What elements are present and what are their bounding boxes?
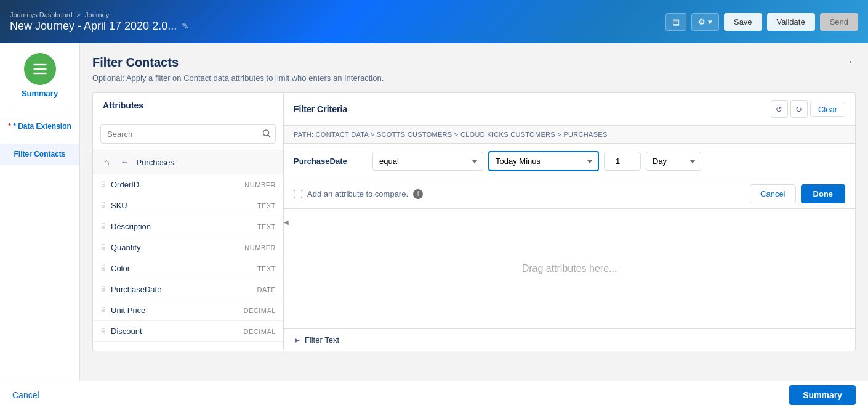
attr-item[interactable]: ⠿ OrderID NUMBER bbox=[93, 174, 283, 195]
gear-dropdown-icon: ▾ bbox=[708, 17, 712, 27]
sidebar-item-summary[interactable]: Summary bbox=[22, 89, 58, 98]
search-row bbox=[93, 118, 283, 150]
breadcrumb: Journeys Dashboard > Journey bbox=[10, 11, 665, 18]
top-nav: Journeys Dashboard > Journey New Journey… bbox=[0, 0, 868, 43]
search-icon-button[interactable] bbox=[262, 129, 271, 139]
list-icon bbox=[31, 60, 49, 78]
drag-handle-icon: ⠿ bbox=[100, 181, 106, 189]
info-icon[interactable]: i bbox=[413, 189, 423, 199]
attr-type: DATE bbox=[257, 286, 276, 293]
attr-item[interactable]: ⠿ Quantity NUMBER bbox=[93, 237, 283, 258]
attributes-panel: Attributes ⌂ ← Purchases bbox=[93, 93, 284, 351]
gear-button[interactable]: ⚙ ▾ bbox=[691, 13, 719, 31]
sidebar-item-data-extension[interactable]: * * Data Extension bbox=[0, 116, 79, 138]
attr-type: DECIMAL bbox=[244, 328, 276, 335]
attr-item[interactable]: ⠿ Description TEXT bbox=[93, 216, 283, 237]
attr-item[interactable]: ⠿ Discount DECIMAL bbox=[93, 321, 283, 342]
sidebar-divider-2 bbox=[8, 141, 71, 141]
search-icon bbox=[262, 129, 271, 137]
filter-text-row[interactable]: ► Filter Text bbox=[284, 328, 855, 351]
compare-actions: Cancel Done bbox=[750, 184, 845, 203]
back-arrow-button[interactable]: ← bbox=[847, 55, 858, 68]
undo-button[interactable]: ↺ bbox=[771, 100, 788, 118]
attr-type: TEXT bbox=[257, 202, 276, 210]
edit-icon[interactable]: ✎ bbox=[182, 21, 189, 31]
attr-name: Unit Price bbox=[111, 306, 239, 315]
drop-zone: Drag attributes here... bbox=[284, 209, 855, 328]
nav-home-button[interactable]: ⌂ bbox=[100, 155, 113, 169]
breadcrumb-link-journeys[interactable]: Journeys Dashboard bbox=[10, 11, 73, 18]
send-button[interactable]: Send bbox=[820, 13, 858, 31]
today-minus-select[interactable]: Today MinusToday PlusToday bbox=[488, 151, 599, 171]
attr-type: TEXT bbox=[257, 223, 276, 231]
nav-current-folder: Purchases bbox=[136, 158, 174, 167]
nav-right: ▤ ⚙ ▾ Save Validate Send bbox=[665, 13, 858, 31]
compare-label: Add an attribute to compare. bbox=[307, 189, 408, 198]
chevron-right-icon: ► bbox=[294, 336, 301, 345]
nav-back-button[interactable]: ← bbox=[116, 155, 132, 169]
attr-name: Discount bbox=[111, 327, 239, 336]
filter-row: PurchaseDate equalnot equalgreater thanl… bbox=[284, 144, 855, 179]
attr-item[interactable]: ⠿ Unit Price DECIMAL bbox=[93, 300, 283, 321]
attr-name: SKU bbox=[111, 201, 252, 210]
header-actions: ↺ ↻ Clear bbox=[771, 100, 845, 118]
filter-contacts-label: Filter Contacts bbox=[14, 150, 65, 160]
drag-handle-icon: ⠿ bbox=[100, 222, 106, 231]
compare-checkbox[interactable] bbox=[294, 190, 302, 198]
attr-item[interactable]: ⠿ SKU TEXT bbox=[93, 195, 283, 216]
filter-criteria-panel: Filter Criteria ↺ ↻ Clear PATH: CONTACT … bbox=[284, 93, 855, 351]
bottom-summary-button[interactable]: Summary bbox=[789, 385, 856, 405]
panel-icon: ▤ bbox=[672, 17, 680, 27]
attributes-nav-row: ⌂ ← Purchases bbox=[93, 150, 283, 174]
day-select[interactable]: DayWeekMonthYear bbox=[646, 152, 701, 171]
required-marker: * bbox=[8, 122, 13, 131]
breadcrumb-link-journey[interactable]: Journey bbox=[85, 11, 109, 18]
page-title-row: New Journey - April 17 2020 2.0... ✎ bbox=[10, 20, 665, 33]
attr-type: TEXT bbox=[257, 265, 276, 272]
bottom-bar: Cancel Summary bbox=[0, 381, 868, 408]
attr-name: PurchaseDate bbox=[111, 285, 252, 294]
main-layout: Summary * * Data Extension Filter Contac… bbox=[0, 43, 868, 381]
compare-row: Add an attribute to compare. i Cancel Do… bbox=[284, 179, 855, 209]
drag-handle-icon: ⠿ bbox=[100, 264, 106, 273]
search-input[interactable] bbox=[100, 124, 276, 144]
bottom-cancel-button[interactable]: Cancel bbox=[12, 390, 39, 400]
number-input[interactable] bbox=[604, 152, 641, 171]
attr-list: ⠿ OrderID NUMBER ⠿ SKU TEXT ⠿ Descriptio… bbox=[93, 174, 283, 351]
save-button[interactable]: Save bbox=[724, 13, 762, 31]
clear-button[interactable]: Clear bbox=[810, 102, 845, 117]
attr-name: Quantity bbox=[111, 243, 239, 252]
attr-item[interactable]: ⠿ PurchaseDate DATE bbox=[93, 279, 283, 300]
attr-name: Description bbox=[111, 222, 252, 231]
operator-select[interactable]: equalnot equalgreater thanless thanis be… bbox=[372, 152, 483, 171]
redo-button[interactable]: ↻ bbox=[790, 100, 808, 118]
filter-criteria-header: Filter Criteria ↺ ↻ Clear bbox=[284, 93, 855, 126]
sidebar-item-filter-contacts[interactable]: Filter Contacts bbox=[0, 144, 79, 166]
attr-item[interactable]: ⠿ Color TEXT bbox=[93, 258, 283, 279]
page-title: New Journey - April 17 2020 2.0... bbox=[10, 20, 177, 33]
validate-button[interactable]: Validate bbox=[767, 13, 815, 31]
svg-rect-2 bbox=[33, 73, 46, 74]
content-area: ← Filter Contacts Optional: Apply a filt… bbox=[80, 43, 868, 381]
sidebar-icon-circle bbox=[24, 53, 56, 85]
attr-type: NUMBER bbox=[244, 244, 276, 251]
gear-icon: ⚙ bbox=[698, 17, 705, 27]
attr-type: DECIMAL bbox=[244, 307, 276, 314]
filter-text-label: Filter Text bbox=[305, 335, 339, 345]
drag-handle-icon: ⠿ bbox=[100, 285, 106, 294]
sidebar: Summary * * Data Extension Filter Contac… bbox=[0, 43, 80, 381]
drag-handle-icon: ⠿ bbox=[100, 202, 106, 210]
panel-toggle-button[interactable]: ▤ bbox=[665, 13, 686, 31]
compare-left: Add an attribute to compare. i bbox=[294, 189, 423, 199]
attr-name: Color bbox=[111, 264, 252, 273]
filter-criteria-title: Filter Criteria bbox=[294, 104, 347, 114]
resize-handle[interactable] bbox=[284, 93, 289, 351]
svg-rect-0 bbox=[33, 64, 46, 65]
nav-left: Journeys Dashboard > Journey New Journey… bbox=[10, 11, 665, 33]
attributes-header: Attributes bbox=[93, 93, 283, 118]
path-row: PATH: CONTACT DATA > SCOTTS CUSTOMERS > … bbox=[284, 126, 855, 144]
filter-contacts-title: Filter Contacts bbox=[92, 55, 856, 70]
filter-contacts-description: Optional: Apply a filter on Contact data… bbox=[92, 73, 856, 83]
done-button[interactable]: Done bbox=[801, 184, 846, 203]
cancel-filter-button[interactable]: Cancel bbox=[750, 184, 795, 203]
